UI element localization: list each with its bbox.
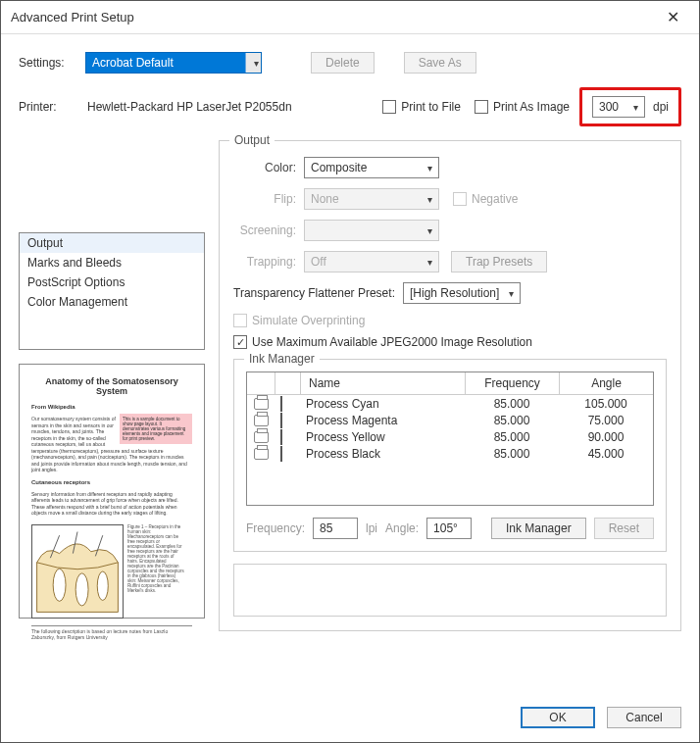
chevron-down-icon: ▾: [427, 257, 432, 268]
ink-manager-title: Ink Manager: [244, 352, 320, 366]
color-label: Color:: [233, 161, 296, 174]
jpeg2000-checkbox[interactable]: Use Maximum Available JPEG2000 Image Res…: [233, 335, 667, 349]
flip-select: None ▾: [304, 188, 439, 210]
section-output[interactable]: Output: [20, 233, 204, 253]
ink-angle: 90.000: [559, 430, 653, 444]
settings-value: Acrobat Default: [92, 56, 174, 70]
ink-manager-button[interactable]: Ink Manager: [491, 518, 586, 539]
checkbox-icon: [233, 335, 247, 349]
svg-point-5: [97, 571, 108, 600]
chevron-down-icon: ▾: [509, 288, 514, 299]
preview-callout: This is a sample document to show page l…: [120, 414, 192, 444]
dialog-footer: OK Cancel: [521, 707, 681, 728]
chevron-down-icon: ▾: [245, 53, 261, 73]
ink-swatch: [280, 413, 282, 428]
preview-footnote: The following description is based on le…: [31, 625, 192, 640]
preview-paragraph: Sensory information from different recep…: [31, 491, 192, 517]
lpi-label: lpi: [366, 521, 377, 535]
output-group-title: Output: [229, 133, 275, 147]
checkbox-icon: [233, 314, 247, 327]
section-postscript-options[interactable]: PostScript Options: [20, 272, 204, 292]
print-as-image-label: Print As Image: [493, 100, 570, 114]
angle-value: 105°: [433, 521, 458, 535]
color-select[interactable]: Composite ▾: [304, 157, 439, 178]
frequency-input[interactable]: 85: [313, 518, 358, 539]
titlebar: Advanced Print Setup ✕: [1, 1, 699, 34]
svg-point-4: [75, 572, 88, 605]
printer-label: Printer:: [19, 100, 75, 114]
page-preview: Anatomy of the Somatosensory System From…: [19, 364, 205, 619]
col-freq-header: Frequency: [465, 372, 559, 394]
flip-value: None: [311, 192, 339, 206]
angle-input[interactable]: 105°: [426, 518, 472, 539]
ink-swatch: [280, 396, 282, 412]
dpi-highlight-box: 300 ▾ dpi: [579, 87, 681, 126]
checkbox-icon: [475, 100, 488, 114]
panel-section-list[interactable]: Output Marks and Bleeds PostScript Optio…: [19, 232, 205, 350]
ink-manager-group: Ink Manager Name Frequency Angle Process…: [233, 359, 667, 552]
simulate-overprinting-label: Simulate Overprinting: [252, 314, 365, 327]
flattener-select[interactable]: [High Resolution] ▾: [403, 282, 521, 304]
flattener-value: [High Resolution]: [410, 286, 499, 300]
trapping-value: Off: [311, 255, 326, 269]
ink-row[interactable]: Process Cyan85.000105.000: [247, 395, 653, 412]
cancel-button[interactable]: Cancel: [607, 707, 681, 728]
preview-title: Anatomy of the Somatosensory System: [31, 376, 192, 396]
ink-frequency: 85.000: [465, 414, 559, 427]
ink-name: Process Black: [300, 447, 465, 461]
flattener-label: Transparency Flattener Preset:: [233, 286, 395, 300]
checkbox-icon: [382, 100, 396, 114]
settings-label: Settings:: [19, 56, 75, 70]
printer-icon: [254, 398, 269, 410]
flip-label: Flip:: [233, 192, 296, 206]
screening-select: ▾: [304, 220, 439, 241]
ok-button[interactable]: OK: [521, 707, 595, 728]
trapping-select: Off ▾: [304, 251, 439, 272]
jpeg2000-label: Use Maximum Available JPEG2000 Image Res…: [252, 335, 532, 349]
print-as-image-checkbox[interactable]: Print As Image: [475, 100, 570, 114]
simulate-overprinting-checkbox: Simulate Overprinting: [233, 314, 667, 327]
section-color-management[interactable]: Color Management: [20, 292, 204, 312]
printer-name: Hewlett-Packard HP LaserJet P2055dn: [87, 100, 292, 114]
ink-angle: 75.000: [559, 414, 653, 427]
col-name-header: Name: [300, 372, 465, 394]
ink-row[interactable]: Process Magenta85.00075.000: [247, 412, 653, 428]
print-to-file-checkbox[interactable]: Print to File: [382, 100, 461, 114]
chevron-down-icon: ▾: [427, 194, 432, 205]
preview-figure: [31, 524, 124, 619]
ink-row[interactable]: Process Black85.00045.000: [247, 445, 653, 462]
printer-icon: [254, 448, 269, 460]
section-marks-and-bleeds[interactable]: Marks and Bleeds: [20, 253, 204, 272]
ink-angle: 105.000: [559, 397, 653, 411]
ink-name: Process Cyan: [300, 397, 465, 411]
preview-subtitle: From Wikipedia: [31, 404, 192, 410]
color-value: Composite: [311, 161, 367, 174]
angle-label: Angle:: [385, 521, 419, 535]
preview-heading: Cutaneous receptors: [31, 479, 192, 485]
frequency-label: Frequency:: [246, 521, 305, 535]
dpi-value: 300: [599, 100, 619, 114]
negative-label: Negative: [472, 192, 518, 206]
ink-table: Name Frequency Angle Process Cyan85.0001…: [246, 372, 654, 506]
checkbox-icon: [453, 192, 467, 206]
trap-presets-button: Trap Presets: [451, 251, 547, 272]
settings-select[interactable]: Acrobat Default ▾: [85, 52, 262, 74]
ink-name: Process Magenta: [300, 414, 465, 427]
ink-row[interactable]: Process Yellow85.00090.000: [247, 428, 653, 445]
ink-swatch: [280, 429, 282, 445]
ink-frequency: 85.000: [465, 430, 559, 444]
ink-angle: 45.000: [559, 447, 653, 461]
dpi-select[interactable]: 300 ▾: [592, 96, 645, 118]
close-icon[interactable]: ✕: [656, 8, 689, 26]
svg-point-3: [53, 569, 66, 601]
trapping-label: Trapping:: [233, 255, 296, 269]
ink-table-header: Name Frequency Angle: [247, 372, 653, 395]
reset-button: Reset: [594, 518, 654, 539]
chevron-down-icon: ▾: [633, 102, 638, 113]
ink-frequency: 85.000: [465, 397, 559, 411]
description-box: [233, 564, 667, 617]
printer-icon: [254, 415, 269, 426]
delete-button: Delete: [311, 52, 375, 74]
screening-label: Screening:: [233, 223, 296, 237]
advanced-print-setup-dialog: Advanced Print Setup ✕ Settings: Acrobat…: [0, 0, 700, 743]
